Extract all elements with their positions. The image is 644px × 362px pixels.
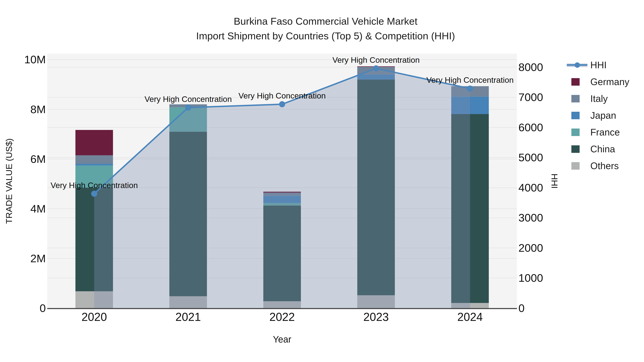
x-tick-label-2020: 2020 xyxy=(58,311,130,323)
y-left-tick-label-6M: 6M xyxy=(2,153,46,165)
chart-title-line2: Import Shipment by Countries (Top 5) & C… xyxy=(47,28,604,43)
legend-label-china: China xyxy=(590,144,615,154)
legend-item-italy[interactable]: Italy xyxy=(565,91,642,106)
others-color-swatch-icon xyxy=(571,162,580,170)
annotation-2020: Very High Concentration xyxy=(5,181,184,190)
legend-label-japan: Japan xyxy=(590,110,616,121)
legend-label-germany: Germany xyxy=(590,76,629,87)
y-right-tick-label-7000: 7000 xyxy=(518,91,572,103)
hhi-marker-2024[interactable] xyxy=(467,85,473,91)
hhi-marker-2023[interactable] xyxy=(373,65,379,71)
bar-segment-2020-italy[interactable] xyxy=(76,155,113,164)
legend-item-china[interactable]: China xyxy=(565,141,642,157)
legend-item-hhi[interactable]: HHI xyxy=(565,57,642,73)
legend-label-others: Others xyxy=(590,161,619,171)
legend-item-others[interactable]: Others xyxy=(565,158,642,174)
chart-title: Burkina Faso Commercial Vehicle Market I… xyxy=(47,14,604,43)
hhi-marker-2021[interactable] xyxy=(185,105,191,111)
y-left-tick-label-4M: 4M xyxy=(2,203,46,215)
china-color-swatch-icon xyxy=(571,145,580,153)
hhi-marker-2022[interactable] xyxy=(279,101,285,107)
x-tick-label-2023: 2023 xyxy=(340,311,412,323)
italy-color-swatch-icon xyxy=(571,95,580,102)
x-tick-label-2024: 2024 xyxy=(434,311,506,323)
chart-figure: Burkina Faso Commercial Vehicle Market I… xyxy=(0,0,644,362)
y-right-tick-label-0: 0 xyxy=(518,302,572,314)
y-right-tick-label-3000: 3000 xyxy=(518,212,572,224)
chart-title-line1: Burkina Faso Commercial Vehicle Market xyxy=(47,14,604,28)
y-left-tick-label-2M: 2M xyxy=(2,253,46,264)
bar-segment-2020-germany[interactable] xyxy=(76,130,113,155)
x-tick-label-2022: 2022 xyxy=(246,311,318,323)
y-left-tick-label-0: 0 xyxy=(2,302,46,314)
y-left-tick-label-10M: 10M xyxy=(2,54,46,65)
y-right-tick-label-8000: 8000 xyxy=(518,61,572,73)
legend-label-hhi: HHI xyxy=(590,60,606,70)
y-right-tick-label-5000: 5000 xyxy=(518,152,572,163)
annotation-2023: Very High Concentration xyxy=(286,55,466,65)
france-color-swatch-icon xyxy=(571,128,580,136)
x-tick-label-2021: 2021 xyxy=(152,311,224,323)
y-right-tick-label-1000: 1000 xyxy=(518,272,572,284)
x-axis-title: Year xyxy=(228,334,336,345)
legend-item-japan[interactable]: Japan xyxy=(565,108,642,123)
y-right-tick-label-6000: 6000 xyxy=(518,122,572,133)
annotation-2022: Very High Concentration xyxy=(193,91,372,100)
legend-label-france: France xyxy=(590,127,620,138)
legend-label-italy: Italy xyxy=(590,93,608,104)
y-left-tick-label-8M: 8M xyxy=(2,103,46,115)
germany-color-swatch-icon xyxy=(571,78,580,86)
legend-item-germany[interactable]: Germany xyxy=(565,74,642,90)
hhi-marker-2020[interactable] xyxy=(91,191,97,197)
legend-item-france[interactable]: France xyxy=(565,124,642,140)
bar-segment-2020-japan[interactable] xyxy=(76,164,113,166)
japan-color-swatch-icon xyxy=(571,112,580,119)
annotation-2024: Very High Concentration xyxy=(380,75,560,85)
y-right-tick-label-2000: 2000 xyxy=(518,242,572,254)
y-right-tick-label-4000: 4000 xyxy=(518,182,572,194)
